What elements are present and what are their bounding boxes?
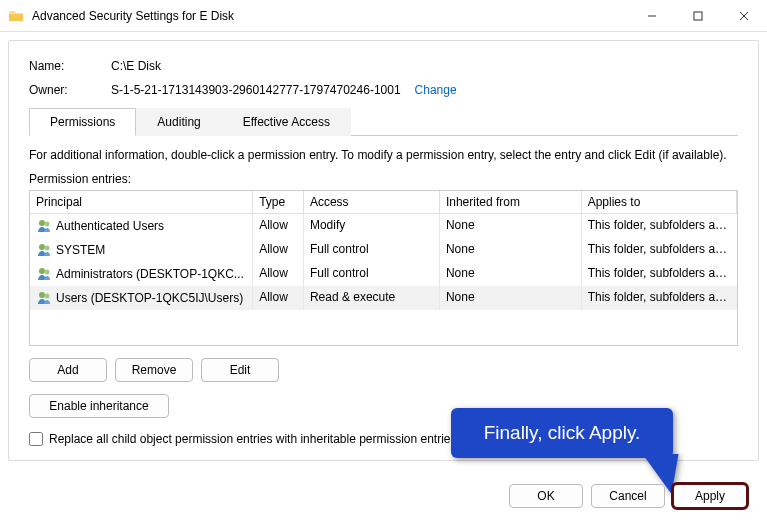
table-row[interactable]: SYSTEMAllowFull controlNoneThis folder, …	[30, 238, 737, 262]
maximize-button[interactable]	[675, 0, 721, 32]
permission-table[interactable]: Principal Type Access Inherited from App…	[29, 190, 738, 346]
tab-permissions[interactable]: Permissions	[29, 108, 136, 136]
add-button[interactable]: Add	[29, 358, 107, 382]
enable-inheritance-button[interactable]: Enable inheritance	[29, 394, 169, 418]
change-owner-link[interactable]: Change	[415, 83, 457, 97]
window-title: Advanced Security Settings for E Disk	[32, 9, 234, 23]
svg-point-1	[39, 220, 45, 226]
callout-text: Finally, click Apply.	[451, 408, 673, 458]
table-row[interactable]: Users (DESKTOP-1QKC5IJ\Users)AllowRead &…	[30, 286, 737, 310]
entries-label: Permission entries:	[29, 172, 738, 186]
titlebar: Advanced Security Settings for E Disk	[0, 0, 767, 32]
remove-button[interactable]: Remove	[115, 358, 193, 382]
owner-value: S-1-5-21-1713143903-2960142777-179747024…	[111, 83, 401, 97]
svg-point-8	[45, 294, 50, 299]
svg-point-6	[45, 270, 50, 275]
table-header: Principal Type Access Inherited from App…	[30, 191, 737, 214]
close-button[interactable]	[721, 0, 767, 32]
name-value: C:\E Disk	[111, 59, 161, 73]
folder-icon	[8, 8, 24, 24]
table-row[interactable]: Administrators (DESKTOP-1QKC...AllowFull…	[30, 262, 737, 286]
name-label: Name:	[29, 59, 111, 73]
tab-auditing[interactable]: Auditing	[136, 108, 221, 136]
instruction-callout: Finally, click Apply.	[451, 408, 673, 458]
info-text: For additional information, double-click…	[29, 148, 738, 162]
tab-effective-access[interactable]: Effective Access	[222, 108, 351, 136]
col-applies[interactable]: Applies to	[582, 191, 737, 213]
tab-bar: Permissions Auditing Effective Access	[29, 107, 738, 136]
minimize-button[interactable]	[629, 0, 675, 32]
svg-rect-0	[694, 12, 702, 20]
svg-point-7	[39, 292, 45, 298]
col-access[interactable]: Access	[304, 191, 440, 213]
apply-button[interactable]: Apply	[673, 484, 747, 508]
cancel-button[interactable]: Cancel	[591, 484, 665, 508]
edit-button[interactable]: Edit	[201, 358, 279, 382]
owner-label: Owner:	[29, 83, 111, 97]
col-principal[interactable]: Principal	[30, 191, 253, 213]
col-inherited[interactable]: Inherited from	[440, 191, 582, 213]
svg-point-5	[39, 268, 45, 274]
col-type[interactable]: Type	[253, 191, 304, 213]
table-row[interactable]: Authenticated UsersAllowModifyNoneThis f…	[30, 214, 737, 238]
replace-children-checkbox[interactable]	[29, 432, 43, 446]
svg-point-2	[45, 222, 50, 227]
ok-button[interactable]: OK	[509, 484, 583, 508]
content-panel: Name: C:\E Disk Owner: S-1-5-21-17131439…	[8, 40, 759, 461]
svg-point-3	[39, 244, 45, 250]
svg-point-4	[45, 246, 50, 251]
